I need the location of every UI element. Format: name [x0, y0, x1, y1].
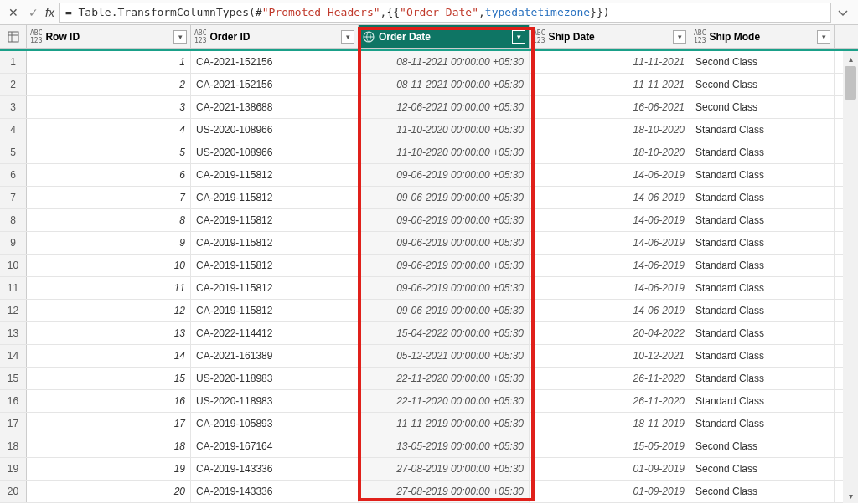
cell-ship-mode[interactable]: Second Class [690, 74, 835, 95]
cell-order-date[interactable]: 27-08-2019 00:00:00 +05:30 [359, 458, 530, 480]
cell-order-id[interactable]: CA-2019-115812 [191, 232, 359, 254]
cell-order-id[interactable]: CA-2019-105893 [191, 413, 359, 435]
cell-row-id[interactable]: 4 [27, 119, 191, 141]
table-row[interactable]: 2020CA-2019-14333627-08-2019 00:00:00 +0… [0, 481, 858, 503]
cell-ship-date[interactable]: 10-12-2021 [530, 345, 690, 367]
cell-ship-mode[interactable]: Standard Class [690, 322, 835, 344]
cell-row-id[interactable]: 1 [27, 51, 191, 73]
cell-ship-mode[interactable]: Second Class [690, 96, 835, 118]
cell-order-id[interactable]: CA-2021-152156 [191, 74, 359, 95]
cell-order-id[interactable]: CA-2019-143336 [191, 458, 359, 480]
cell-order-id[interactable]: CA-2019-115812 [191, 187, 359, 208]
cell-ship-date[interactable]: 26-11-2020 [530, 368, 690, 389]
cell-order-id[interactable]: US-2020-118983 [191, 368, 359, 389]
cell-order-date[interactable]: 11-10-2020 00:00:00 +05:30 [359, 141, 530, 163]
table-row[interactable]: 1717CA-2019-10589311-11-2019 00:00:00 +0… [0, 413, 858, 435]
cell-ship-date[interactable]: 11-11-2021 [530, 74, 690, 95]
cell-ship-date[interactable]: 18-11-2019 [530, 413, 690, 435]
cell-order-date[interactable]: 09-06-2019 00:00:00 +05:30 [359, 300, 530, 321]
cell-row-id[interactable]: 14 [27, 345, 191, 367]
cell-ship-date[interactable]: 14-06-2019 [530, 209, 690, 231]
expand-formula-button[interactable] [831, 3, 855, 23]
cell-row-id[interactable]: 16 [27, 390, 191, 412]
cell-order-id[interactable]: US-2020-108966 [191, 141, 359, 163]
cell-ship-mode[interactable]: Standard Class [690, 141, 835, 163]
scroll-up-button[interactable]: ▴ [843, 51, 858, 66]
table-row[interactable]: 22CA-2021-15215608-11-2021 00:00:00 +05:… [0, 74, 858, 96]
cell-row-id[interactable]: 7 [27, 187, 191, 208]
filter-dropdown-icon[interactable]: ▾ [512, 30, 525, 44]
column-header-row-id[interactable]: ABC 123 Row ID ▾ [27, 25, 191, 48]
table-row[interactable]: 44US-2020-10896611-10-2020 00:00:00 +05:… [0, 119, 858, 141]
table-row[interactable]: 88CA-2019-11581209-06-2019 00:00:00 +05:… [0, 209, 858, 232]
table-row[interactable]: 1212CA-2019-11581209-06-2019 00:00:00 +0… [0, 300, 858, 322]
cell-order-id[interactable]: CA-2019-167164 [191, 435, 359, 457]
cell-order-id[interactable]: US-2020-118983 [191, 390, 359, 412]
cell-row-id[interactable]: 18 [27, 435, 191, 457]
table-row[interactable]: 1111CA-2019-11581209-06-2019 00:00:00 +0… [0, 277, 858, 300]
cell-ship-date[interactable]: 16-06-2021 [530, 96, 690, 118]
cell-order-id[interactable]: CA-2022-114412 [191, 322, 359, 344]
cell-order-date[interactable]: 08-11-2021 00:00:00 +05:30 [359, 74, 530, 95]
cell-ship-date[interactable]: 20-04-2022 [530, 322, 690, 344]
cell-ship-mode[interactable]: Second Class [690, 435, 835, 457]
table-row[interactable]: 1616US-2020-11898322-11-2020 00:00:00 +0… [0, 390, 858, 413]
cell-row-id[interactable]: 6 [27, 164, 191, 186]
scroll-thumb[interactable] [845, 66, 856, 100]
cell-ship-mode[interactable]: Standard Class [690, 119, 835, 141]
cell-ship-date[interactable]: 14-06-2019 [530, 187, 690, 208]
cell-ship-date[interactable]: 15-05-2019 [530, 435, 690, 457]
cell-ship-date[interactable]: 14-06-2019 [530, 255, 690, 276]
table-row[interactable]: 99CA-2019-11581209-06-2019 00:00:00 +05:… [0, 232, 858, 255]
cell-ship-date[interactable]: 14-06-2019 [530, 232, 690, 254]
cell-ship-mode[interactable]: Standard Class [690, 164, 835, 186]
vertical-scrollbar[interactable]: ▴ ▾ [843, 51, 858, 503]
cell-ship-date[interactable]: 26-11-2020 [530, 390, 690, 412]
cell-ship-mode[interactable]: Second Class [690, 51, 835, 73]
filter-dropdown-icon[interactable]: ▾ [817, 30, 830, 44]
cell-ship-date[interactable]: 11-11-2021 [530, 51, 690, 73]
cell-order-date[interactable]: 11-11-2019 00:00:00 +05:30 [359, 413, 530, 435]
cell-order-date[interactable]: 08-11-2021 00:00:00 +05:30 [359, 51, 530, 73]
cell-ship-mode[interactable]: Second Class [690, 458, 835, 480]
cell-order-date[interactable]: 13-05-2019 00:00:00 +05:30 [359, 435, 530, 457]
table-icon[interactable] [0, 25, 27, 48]
cell-order-date[interactable]: 09-06-2019 00:00:00 +05:30 [359, 277, 530, 299]
cell-row-id[interactable]: 2 [27, 74, 191, 95]
formula-input[interactable]: = Table.TransformColumnTypes(# "Promoted… [59, 3, 831, 23]
column-header-order-id[interactable]: ABC 123 Order ID ▾ [191, 25, 359, 48]
table-row[interactable]: 77CA-2019-11581209-06-2019 00:00:00 +05:… [0, 187, 858, 209]
column-header-ship-mode[interactable]: ABC 123 Ship Mode ▾ [690, 25, 835, 48]
cell-ship-mode[interactable]: Standard Class [690, 232, 835, 254]
table-row[interactable]: 33CA-2021-13868812-06-2021 00:00:00 +05:… [0, 96, 858, 119]
cell-ship-mode[interactable]: Standard Class [690, 255, 835, 276]
cell-order-id[interactable]: CA-2019-115812 [191, 209, 359, 231]
cell-ship-date[interactable]: 14-06-2019 [530, 277, 690, 299]
cell-row-id[interactable]: 15 [27, 368, 191, 389]
cell-row-id[interactable]: 9 [27, 232, 191, 254]
table-row[interactable]: 11CA-2021-15215608-11-2021 00:00:00 +05:… [0, 51, 858, 74]
confirm-formula-button[interactable]: ✓ [23, 3, 44, 23]
table-row[interactable]: 1313CA-2022-11441215-04-2022 00:00:00 +0… [0, 322, 858, 345]
cell-order-date[interactable]: 09-06-2019 00:00:00 +05:30 [359, 187, 530, 208]
cell-order-date[interactable]: 05-12-2021 00:00:00 +05:30 [359, 345, 530, 367]
cell-ship-mode[interactable]: Second Class [690, 481, 835, 502]
cell-order-id[interactable]: CA-2019-143336 [191, 481, 359, 502]
cell-order-id[interactable]: CA-2021-152156 [191, 51, 359, 73]
cell-order-date[interactable]: 09-06-2019 00:00:00 +05:30 [359, 164, 530, 186]
cell-order-date[interactable]: 09-06-2019 00:00:00 +05:30 [359, 232, 530, 254]
table-row[interactable]: 1414CA-2021-16138905-12-2021 00:00:00 +0… [0, 345, 858, 368]
cell-ship-mode[interactable]: Standard Class [690, 300, 835, 321]
cancel-formula-button[interactable]: ✕ [3, 3, 23, 23]
cell-ship-mode[interactable]: Standard Class [690, 209, 835, 231]
cell-row-id[interactable]: 12 [27, 300, 191, 321]
cell-ship-date[interactable]: 18-10-2020 [530, 141, 690, 163]
cell-ship-mode[interactable]: Standard Class [690, 187, 835, 208]
cell-order-date[interactable]: 27-08-2019 00:00:00 +05:30 [359, 481, 530, 502]
cell-ship-date[interactable]: 14-06-2019 [530, 300, 690, 321]
cell-order-id[interactable]: CA-2021-138688 [191, 96, 359, 118]
cell-order-date[interactable]: 11-10-2020 00:00:00 +05:30 [359, 119, 530, 141]
scroll-down-button[interactable]: ▾ [843, 488, 858, 503]
cell-row-id[interactable]: 5 [27, 141, 191, 163]
cell-order-id[interactable]: US-2020-108966 [191, 119, 359, 141]
